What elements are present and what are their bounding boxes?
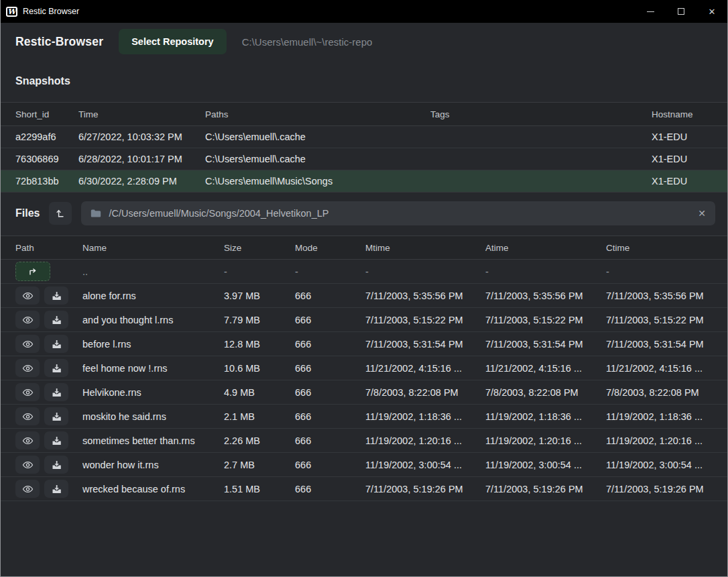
- preview-file-button[interactable]: [15, 335, 40, 353]
- maximize-icon: [678, 8, 684, 15]
- preview-file-button[interactable]: [15, 359, 40, 377]
- snapshot-row[interactable]: 76306869 6/28/2022, 10:01:17 PM C:\Users…: [1, 148, 727, 170]
- file-name: alone for.rns: [82, 291, 224, 301]
- clear-path-button[interactable]: ✕: [698, 208, 706, 219]
- file-row[interactable]: alone for.rns 3.97 MB 666 7/11/2003, 5:3…: [1, 284, 727, 308]
- file-ctime: 11/19/2002, 3:00:54 ...: [606, 460, 727, 470]
- preview-file-button[interactable]: [15, 480, 40, 498]
- col-mode: Mode: [295, 243, 365, 253]
- file-size: 2.1 MB: [224, 411, 295, 422]
- file-name: and you thought l.rns: [82, 315, 224, 325]
- select-repository-button[interactable]: Select Repository: [119, 29, 227, 54]
- file-ctime: -: [606, 266, 727, 277]
- preview-file-button[interactable]: [15, 286, 40, 305]
- download-file-button[interactable]: [44, 335, 68, 353]
- file-mtime: 7/11/2003, 5:19:26 PM: [365, 484, 485, 494]
- col-atime: Atime: [485, 243, 606, 253]
- preview-file-button[interactable]: [15, 431, 40, 450]
- repository-path: C:\Users\emuell\~\restic-repo: [242, 36, 373, 48]
- download-file-button[interactable]: [44, 286, 68, 305]
- file-mode: 666: [295, 411, 365, 422]
- file-actions: [15, 311, 82, 329]
- download-file-button[interactable]: [44, 456, 68, 474]
- snapshot-short-id: 72b813bb: [15, 176, 78, 187]
- preview-file-button[interactable]: [15, 407, 40, 425]
- file-name: sometimes better than.rns: [82, 435, 224, 446]
- go-root-button[interactable]: [49, 202, 72, 225]
- eye-icon: [22, 484, 34, 494]
- download-file-button[interactable]: [44, 407, 68, 425]
- file-mode: 666: [295, 484, 365, 494]
- col-time: Time: [78, 109, 205, 119]
- eye-icon: [22, 315, 34, 325]
- minimize-button[interactable]: [635, 0, 666, 23]
- file-mode: 666: [295, 387, 365, 398]
- download-file-button[interactable]: [44, 383, 68, 401]
- file-row[interactable]: and you thought l.rns 7.79 MB 666 7/11/2…: [1, 308, 727, 332]
- file-ctime: 7/11/2003, 5:35:56 PM: [606, 291, 727, 301]
- preview-file-button[interactable]: [15, 383, 40, 401]
- file-row[interactable]: moskito he said.rns 2.1 MB 666 11/19/200…: [1, 405, 727, 429]
- file-row[interactable]: wrecked because of.rns 1.51 MB 666 7/11/…: [1, 477, 727, 501]
- col-mtime: Mtime: [365, 243, 485, 253]
- files-toolbar: Files /C/Users/emuell/Music/Songs/2004_H…: [1, 201, 715, 225]
- snapshot-time: 6/28/2022, 10:01:17 PM: [78, 154, 205, 164]
- file-size: 4.9 MB: [224, 387, 295, 398]
- eye-icon: [22, 412, 34, 421]
- clear-icon: ✕: [698, 208, 706, 219]
- col-tags: Tags: [430, 109, 652, 119]
- snapshot-time: 6/30/2022, 2:28:09 PM: [78, 176, 205, 187]
- maximize-button[interactable]: [666, 0, 696, 23]
- eye-icon: [22, 339, 34, 349]
- file-mtime: 7/11/2003, 5:31:54 PM: [365, 339, 485, 350]
- parent-directory-button[interactable]: [15, 262, 50, 281]
- col-hostname: Hostname: [652, 109, 727, 119]
- minimize-icon: [647, 11, 654, 12]
- snapshot-short-id: 76306869: [15, 154, 78, 164]
- file-atime: 7/11/2003, 5:31:54 PM: [485, 339, 606, 350]
- download-file-button[interactable]: [44, 480, 68, 498]
- file-row[interactable]: Helvikone.rns 4.9 MB 666 7/8/2003, 8:22:…: [1, 380, 727, 405]
- snapshot-hostname: X1-EDU: [652, 176, 727, 187]
- file-atime: 7/8/2003, 8:22:08 PM: [485, 387, 606, 398]
- download-icon: [52, 364, 62, 373]
- download-file-button[interactable]: [44, 311, 68, 329]
- download-icon: [52, 291, 62, 301]
- current-path-input[interactable]: /C/Users/emuell/Music/Songs/2004_Helveti…: [81, 201, 715, 225]
- folder-icon: [90, 209, 101, 218]
- file-ctime: 11/19/2002, 1:20:16 ...: [606, 435, 727, 446]
- file-row[interactable]: .. - - - - -: [1, 260, 727, 284]
- download-file-button[interactable]: [44, 431, 68, 450]
- file-row[interactable]: wonder how it.rns 2.7 MB 666 11/19/2002,…: [1, 453, 727, 477]
- preview-file-button[interactable]: [15, 311, 40, 329]
- file-mtime: 7/8/2003, 8:22:08 PM: [365, 387, 485, 398]
- file-size: 1.51 MB: [224, 484, 295, 494]
- snapshot-row[interactable]: a2299af6 6/27/2022, 10:03:32 PM C:\Users…: [1, 126, 727, 148]
- file-ctime: 7/11/2003, 5:19:26 PM: [606, 484, 727, 494]
- file-atime: 11/19/2002, 3:00:54 ...: [485, 460, 606, 470]
- preview-file-button[interactable]: [15, 456, 40, 474]
- file-mtime: 11/21/2002, 4:15:16 ...: [365, 363, 485, 374]
- snapshot-paths: C:\Users\emuell\.cache: [205, 154, 430, 164]
- file-atime: -: [485, 266, 606, 277]
- file-atime: 11/21/2002, 4:15:16 ...: [485, 363, 606, 374]
- file-row[interactable]: before l.rns 12.8 MB 666 7/11/2003, 5:31…: [1, 332, 727, 356]
- current-path-value: /C/Users/emuell/Music/Songs/2004_Helveti…: [109, 208, 328, 219]
- file-row[interactable]: feel home now !.rns 10.6 MB 666 11/21/20…: [1, 356, 727, 380]
- file-actions: [15, 480, 82, 498]
- empty-area: [1, 501, 727, 576]
- file-size: 3.97 MB: [224, 291, 295, 301]
- file-actions: [15, 456, 82, 474]
- download-file-button[interactable]: [44, 359, 68, 377]
- snapshot-row[interactable]: 72b813bb 6/30/2022, 2:28:09 PM C:\Users\…: [1, 170, 727, 193]
- app-logo-icon: W: [6, 7, 17, 17]
- level-up-icon: [55, 208, 66, 219]
- eye-icon: [22, 436, 34, 445]
- file-row[interactable]: sometimes better than.rns 2.26 MB 666 11…: [1, 429, 727, 453]
- window-title: Restic Browser: [23, 7, 79, 16]
- file-ctime: 7/11/2003, 5:15:22 PM: [606, 315, 727, 325]
- close-button[interactable]: ✕: [696, 0, 727, 23]
- eye-icon: [22, 364, 34, 373]
- snapshot-short-id: a2299af6: [15, 132, 78, 142]
- file-name: moskito he said.rns: [82, 411, 224, 422]
